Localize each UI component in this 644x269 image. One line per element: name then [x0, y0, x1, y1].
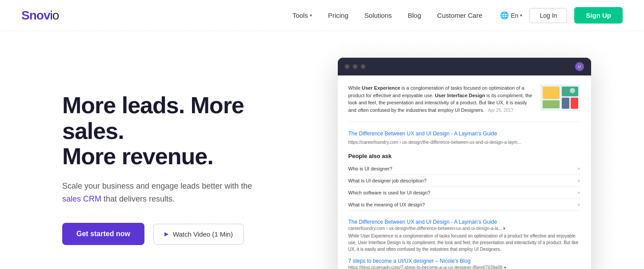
- hero-title: More leads. More sales. More revenue.: [62, 93, 293, 169]
- hero-section: More leads. More sales. More revenue. Sc…: [0, 31, 644, 269]
- hero-right: U While User Experience is a conglomerat…: [329, 58, 600, 269]
- result-link-1[interactable]: The Difference Between UX and UI Design …: [348, 130, 580, 138]
- globe-icon: 🌐: [500, 11, 509, 20]
- result-url-1: https://careerfoundry.com › ux-design/th…: [348, 140, 521, 145]
- header-actions: 🌐 En ▾ Log In Sign Up: [500, 7, 623, 24]
- paa-item-1[interactable]: Who is UI designer? ∨: [348, 163, 580, 175]
- logo-bold: Snov: [21, 8, 50, 22]
- svg-point-6: [570, 88, 575, 93]
- browser-dot-yellow: [353, 64, 357, 69]
- svg-rect-4: [562, 98, 569, 109]
- lang-chevron-icon: ▾: [520, 13, 522, 18]
- chevron-down-icon: ∨: [577, 178, 580, 183]
- browser-dot-red: [345, 64, 349, 69]
- chevron-down-icon: ∨: [577, 166, 580, 171]
- search-result-3: 7 steps to become a UI/UX designer – Nic…: [348, 258, 580, 269]
- paa-item-2[interactable]: What is UI designer job description? ∨: [348, 175, 580, 187]
- result-link-2[interactable]: The Difference Between UX and UI Design …: [348, 219, 580, 225]
- watch-video-button[interactable]: ▶ Watch Video (1 Min): [153, 224, 244, 245]
- user-avatar: U: [575, 62, 584, 71]
- result-body-2: While User Experience is a conglomeratio…: [348, 233, 580, 253]
- chevron-down-icon: ∨: [577, 202, 580, 207]
- browser-bar: U: [338, 58, 591, 75]
- language-label: En: [511, 12, 518, 19]
- result-url-3: https://blog.ncoesady.com/7-steps-to-bec…: [348, 265, 580, 269]
- svg-rect-2: [543, 100, 560, 108]
- nav-pricing[interactable]: Pricing: [328, 12, 348, 19]
- search-result-2: The Difference Between UX and UI Design …: [348, 219, 580, 253]
- logo[interactable]: Snovio: [21, 8, 59, 23]
- nav-blog[interactable]: Blog: [408, 12, 421, 19]
- search-result-1: While User Experience is a conglomeratio…: [348, 84, 580, 122]
- play-icon: ▶: [164, 231, 168, 237]
- nav-tools[interactable]: Tools ▾: [292, 12, 312, 19]
- result-text-1: While User Experience is a conglomeratio…: [348, 84, 533, 114]
- paa-item-4[interactable]: What is the meaning of UX design? ∨: [348, 199, 580, 211]
- login-button[interactable]: Log In: [529, 8, 567, 23]
- signup-button[interactable]: Sign Up: [574, 7, 623, 24]
- hero-buttons: Get started now ▶ Watch Video (1 Min): [62, 223, 293, 245]
- svg-rect-1: [543, 87, 560, 99]
- people-also-ask: People also ask Who is UI designer? ∨ Wh…: [348, 153, 580, 211]
- chevron-down-icon: ▾: [310, 13, 312, 18]
- hero-left: More leads. More sales. More revenue. Sc…: [62, 93, 293, 245]
- browser-dot-green: [361, 64, 365, 69]
- language-selector[interactable]: 🌐 En ▾: [500, 11, 522, 20]
- browser-mockup: U While User Experience is a conglomerat…: [338, 58, 591, 269]
- result-link-3[interactable]: 7 steps to become a UI/UX designer – Nic…: [348, 258, 580, 264]
- paa-item-3[interactable]: Which software is used for UI design? ∨: [348, 187, 580, 199]
- chevron-down-icon: ∨: [577, 190, 580, 195]
- header: Snovio Tools ▾ Pricing Solutions Blog Cu…: [0, 0, 644, 31]
- svg-rect-5: [571, 98, 578, 109]
- main-nav: Tools ▾ Pricing Solutions Blog Customer …: [292, 12, 482, 19]
- hero-subtitle: Scale your business and engage leads bet…: [62, 180, 267, 206]
- nav-solutions[interactable]: Solutions: [364, 12, 392, 19]
- nav-customer-care[interactable]: Customer Care: [437, 12, 483, 19]
- browser-content: While User Experience is a conglomeratio…: [338, 75, 591, 269]
- logo-light: io: [50, 8, 59, 22]
- result-image-1: [540, 84, 580, 111]
- paa-title: People also ask: [348, 153, 580, 159]
- get-started-button[interactable]: Get started now: [62, 223, 144, 245]
- result-meta-2: careerfoundry.com › ux-design/the-differ…: [348, 226, 580, 231]
